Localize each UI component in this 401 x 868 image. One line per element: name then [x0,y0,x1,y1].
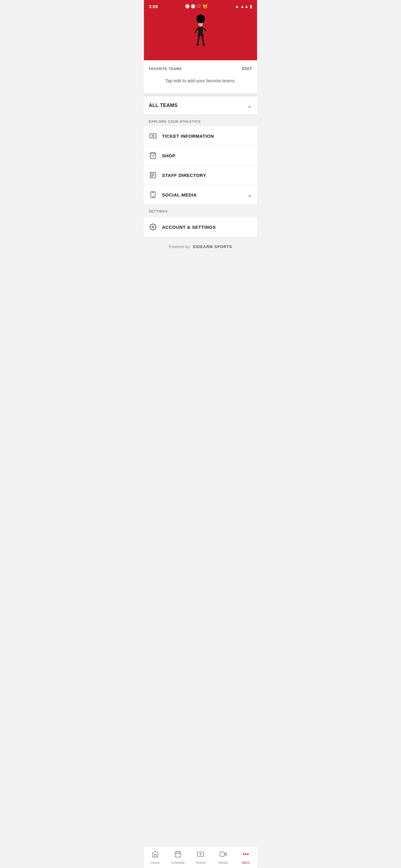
main-content: FAVORITE TEAMS EDIT Tap edit to add your… [144,60,257,279]
favorite-hint-text: Tap edit to add your favorite teams. [149,74,252,87]
matador-logo-svg [189,21,213,51]
team-logo [189,21,213,51]
staff-directory-label: STAFF DIRECTORY [162,173,206,178]
wifi-icon: ▲ [235,4,239,9]
svg-point-3 [196,44,199,46]
status-center-icons: 🛡 😺 [185,4,208,9]
favorite-teams-header: FAVORITE TEAMS EDIT [149,66,252,71]
svg-point-5 [199,24,200,24]
social-media-label: SOCIAL MEDIA [162,192,197,197]
all-teams-chevron-icon: ⌄ [247,102,252,109]
svg-point-6 [201,24,202,24]
edit-button[interactable]: EDIT [242,66,252,71]
social-media-left: SOCIAL MEDIA [149,190,197,199]
svg-point-17 [153,196,153,197]
status-bar: 3:08 🛡 😺 ▲ ▲▲ ▮ [144,0,257,12]
powered-by-text: Powered by: SIDEARM SPORTS [169,244,232,249]
cart-icon [149,151,157,160]
account-settings-label: ACCOUNT & SETTINGS [162,224,216,230]
divider-1 [144,94,257,96]
svg-point-7 [152,135,153,136]
ticket-icon [149,132,157,140]
explore-label: EXPLORE CSUN ATHLETICS [149,120,201,123]
account-settings-item[interactable]: ACCOUNT & SETTINGS [144,217,257,237]
status-right-icons: ▲ ▲▲ ▮ [235,4,252,9]
camera-notch [196,14,205,23]
favorite-teams-section: FAVORITE TEAMS EDIT Tap edit to add your… [144,60,257,93]
explore-section-header: EXPLORE CSUN ATHLETICS [144,115,257,126]
favorite-teams-label: FAVORITE TEAMS [149,67,182,70]
shop-label: SHOP [162,153,176,158]
gear-icon [149,223,157,231]
hero-area [144,12,257,60]
all-teams-label: ALL TEAMS [149,103,178,108]
svg-rect-15 [150,173,151,178]
status-icon-1 [185,4,190,8]
bottom-spacer [144,255,257,279]
svg-point-19 [152,226,154,228]
social-media-chevron-icon: ⌄ [247,191,252,198]
ticket-information-label: TICKET INFORMATION [162,133,214,138]
powered-by-section: Powered by: SIDEARM SPORTS [144,237,257,255]
staff-directory-item[interactable]: STAFF DIRECTORY [144,165,257,185]
signal-icon: ▲▲ [240,4,249,9]
ticket-information-item[interactable]: TICKET INFORMATION [144,126,257,146]
phone-icon [149,190,157,199]
status-icon-2 [191,4,195,8]
settings-label: SETTINGS [149,210,168,213]
directory-icon [149,171,157,179]
shop-item[interactable]: SHOP [144,146,257,165]
powered-by-brand: SIDEARM SPORTS [193,244,232,249]
all-teams-row[interactable]: ALL TEAMS ⌄ [144,96,257,115]
settings-section-header: SETTINGS [144,205,257,216]
svg-point-4 [202,44,205,46]
account-settings-section: ACCOUNT & SETTINGS [144,217,257,237]
shield-icon: 🛡 [197,4,201,9]
face-icon: 😺 [202,4,208,9]
status-time: 3:08 [149,4,158,9]
social-media-item[interactable]: SOCIAL MEDIA ⌄ [144,185,257,205]
battery-icon: ▮ [250,4,252,9]
